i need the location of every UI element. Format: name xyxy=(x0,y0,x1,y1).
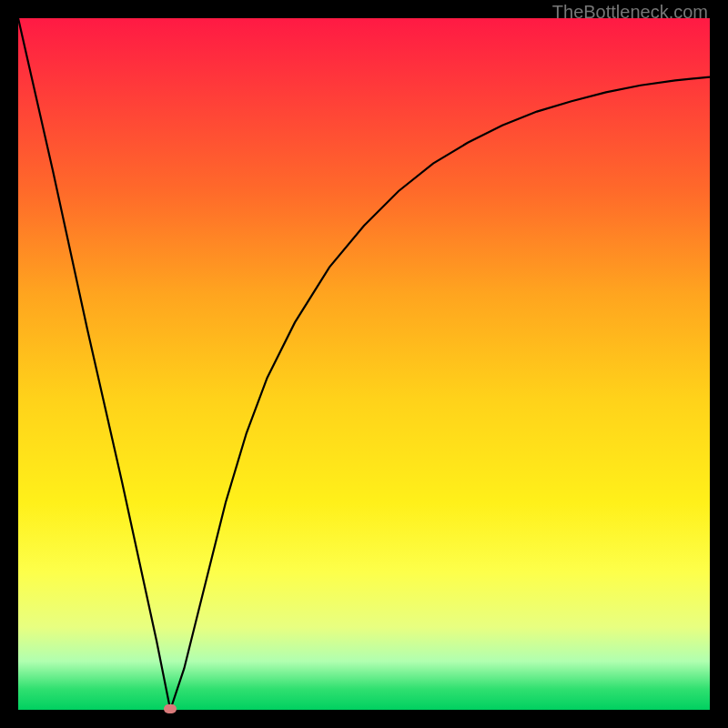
bottleneck-curve xyxy=(18,18,710,710)
attribution-text: TheBottleneck.com xyxy=(552,2,708,23)
chart-frame xyxy=(18,18,710,710)
minimum-marker xyxy=(164,704,177,713)
